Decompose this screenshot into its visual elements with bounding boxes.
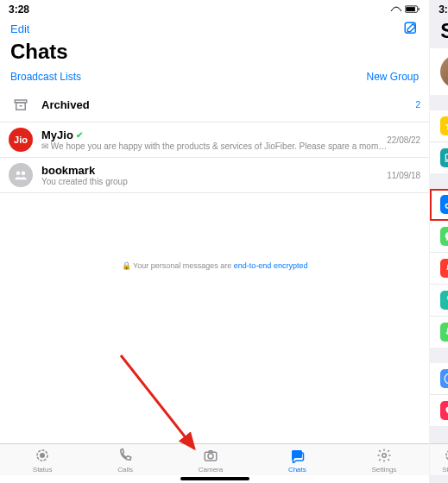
status-time: 3:28 (9, 3, 29, 16)
tab-status[interactable]: Status (442, 448, 448, 474)
avatar-jio: Jio (9, 128, 33, 152)
chat-preview: ✉ We hope you are happy with the product… (41, 141, 387, 151)
tab-bar: StatusCallsCameraChatsSettings (0, 443, 429, 475)
broadcast-lists-link[interactable]: Broadcast Lists (10, 71, 81, 83)
settings-group-1: Starred Messages›Linked Devices› (430, 110, 448, 173)
tab-label: Calls (117, 466, 133, 474)
bell-icon (440, 259, 448, 278)
settings-row-storage-and-data[interactable]: Storage and Data› (430, 317, 448, 348)
sub-nav: Broadcast Lists New Group (0, 69, 429, 88)
status-indicators (390, 5, 420, 14)
home-indicator (180, 477, 249, 480)
laptop-icon (440, 148, 448, 167)
tab-status[interactable]: Status (33, 448, 53, 474)
info-icon (440, 369, 448, 388)
status-bar: 3:28 (0, 0, 429, 17)
phone-chats: 3:28 Edit Chats Broadcast Lists New Grou… (0, 0, 430, 483)
chat-icon (440, 227, 448, 246)
chat-preview: You created this group (41, 177, 387, 186)
svg-point-23 (445, 373, 448, 384)
nav-bar: Edit (0, 17, 429, 38)
tab-label: Status (442, 466, 448, 474)
settings-row-notifications[interactable]: Notifications› (430, 253, 448, 285)
tab-camera[interactable]: Camera (199, 448, 223, 474)
chat-row[interactable]: JioMyJio✔✉ We hope you are happy with th… (0, 122, 429, 158)
phone-settings: 3:28 Settings Anmol not active on this n… (430, 0, 448, 483)
chats-icon (289, 448, 305, 465)
page-title: Chats (0, 38, 429, 69)
settings-row-linked-devices[interactable]: Linked Devices› (430, 142, 448, 173)
chat-time: 22/08/22 (387, 135, 420, 145)
svg-rect-1 (406, 7, 415, 11)
status-bar: 3:28 (430, 0, 448, 17)
archived-count: 2 (416, 100, 421, 110)
settings-row-payments[interactable]: Payments› (430, 285, 448, 317)
settings-row-help[interactable]: Help› (430, 363, 448, 395)
tab-label: Chats (288, 466, 306, 474)
settings-row-tell-a-friend[interactable]: Tell a Friend› (430, 395, 448, 426)
key-icon (440, 195, 448, 214)
settings-group-2: Account›Chats›Notifications›Payments›Sto… (430, 189, 448, 348)
chat-name: bookmark (41, 164, 387, 177)
settings-icon (376, 448, 392, 465)
tab-label: Status (33, 466, 53, 474)
settings-row-chats[interactable]: Chats› (430, 221, 448, 253)
compose-icon[interactable] (403, 21, 419, 36)
svg-point-6 (16, 172, 21, 176)
avatar (440, 55, 448, 88)
heart-icon (440, 401, 448, 420)
archived-label: Archived (41, 98, 416, 111)
archived-row[interactable]: Archived 2 (0, 88, 429, 122)
status-icon (444, 448, 448, 465)
settings-row-account[interactable]: Account› (430, 189, 448, 221)
tab-label: Camera (199, 466, 223, 474)
avatar-placeholder (9, 163, 33, 187)
chat-name: MyJio✔ (41, 129, 387, 141)
svg-point-7 (22, 172, 26, 176)
encryption-link[interactable]: end-to-end encrypted (234, 261, 308, 270)
calls-icon (117, 448, 133, 465)
chat-row[interactable]: bookmarkYou created this group11/09/18 (0, 158, 429, 193)
tab-calls[interactable]: Calls (117, 448, 133, 474)
star-icon (440, 116, 448, 135)
profile-row[interactable]: Anmol not active on this number. Pls try… (430, 48, 448, 95)
svg-point-12 (382, 454, 387, 458)
svg-rect-2 (419, 8, 420, 9)
verified-icon: ✔ (76, 130, 83, 140)
archived-icon (13, 97, 28, 113)
chat-time: 11/09/18 (387, 171, 420, 180)
new-group-link[interactable]: New Group (366, 71, 419, 83)
chat-list: Archived 2 JioMyJio✔✉ We hope you are ha… (0, 88, 429, 254)
edit-button[interactable]: Edit (10, 22, 29, 35)
tab-bar: StatusCallsCameraChatsSettings (430, 443, 448, 475)
tab-label: Settings (371, 466, 396, 474)
tab-chats[interactable]: Chats (288, 448, 306, 474)
encryption-notice: 🔒 Your personal messages are end-to-end … (0, 254, 429, 277)
data-icon (440, 323, 448, 342)
tab-settings[interactable]: Settings (371, 448, 396, 474)
settings-row-starred-messages[interactable]: Starred Messages› (430, 110, 448, 142)
settings-group-3: Help›Tell a Friend› (430, 363, 448, 426)
status-icon (35, 448, 50, 465)
page-title: Settings (430, 17, 448, 48)
rupee-icon (440, 291, 448, 310)
svg-point-9 (41, 454, 45, 458)
svg-point-11 (208, 454, 213, 459)
status-time: 3:28 (439, 3, 448, 16)
camera-icon (203, 448, 218, 465)
